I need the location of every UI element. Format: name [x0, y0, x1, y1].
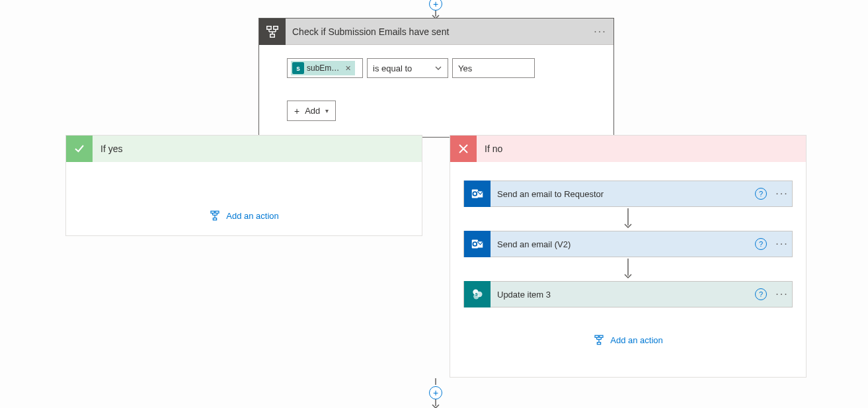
flow-action-icon: [209, 210, 221, 222]
arrow-down-icon: [431, 399, 440, 408]
svg-rect-8: [211, 211, 214, 213]
arrow-down-icon: [623, 257, 633, 281]
arrow-down-icon: [623, 207, 633, 231]
svg-rect-1: [267, 26, 271, 29]
add-action-yes[interactable]: Add an action: [79, 210, 409, 222]
condition-header[interactable]: Check if Submission Emails have sent ···: [259, 19, 613, 45]
token-remove[interactable]: ✕: [345, 64, 351, 73]
outlook-icon: [464, 231, 491, 257]
add-label: Add: [305, 106, 320, 116]
help-icon[interactable]: ?: [755, 238, 767, 250]
svg-rect-31: [598, 343, 601, 345]
condition-expression-row: s subEmail… ✕ is equal to Yes: [287, 58, 586, 78]
condition-value-input[interactable]: Yes: [452, 58, 535, 78]
help-icon[interactable]: ?: [755, 288, 767, 300]
svg-rect-29: [595, 335, 598, 337]
action-more-menu[interactable]: ···: [772, 288, 792, 300]
plus-icon: +: [294, 106, 299, 116]
insert-step-bottom[interactable]: +: [429, 386, 442, 399]
if-no-header: If no: [450, 136, 806, 162]
action-card-update-item[interactable]: s Update item 3 ? ···: [463, 281, 793, 307]
svg-rect-3: [270, 34, 274, 37]
add-action-label: Add an action: [226, 211, 279, 221]
chevron-down-icon: ▾: [325, 107, 329, 114]
add-action-label: Add an action: [610, 335, 663, 345]
add-action-no[interactable]: Add an action: [463, 334, 793, 346]
cross-icon: [450, 136, 477, 162]
condition-left-operand[interactable]: s subEmail… ✕: [287, 58, 363, 78]
sharepoint-icon: s: [464, 281, 491, 307]
svg-rect-10: [214, 218, 217, 220]
if-no-branch: If no Send an email to Requestor ?: [450, 135, 807, 378]
action-card-send-email-requestor[interactable]: Send an email to Requestor ? ···: [463, 181, 793, 207]
if-yes-label: If yes: [93, 143, 130, 154]
condition-icon: [259, 19, 286, 45]
arrow-stub-icon: [431, 378, 440, 386]
action-title: Send an email to Requestor: [491, 189, 755, 199]
condition-title: Check if Submission Emails have sent: [286, 26, 587, 37]
svg-rect-9: [216, 211, 219, 213]
action-title: Send an email (V2): [491, 239, 755, 249]
check-icon: [66, 136, 93, 162]
action-more-menu[interactable]: ···: [772, 188, 792, 200]
svg-rect-30: [600, 335, 603, 337]
token-label: subEmail…: [307, 63, 341, 73]
dynamic-content-token[interactable]: s subEmail… ✕: [291, 61, 355, 75]
if-yes-branch: If yes Add an action: [65, 135, 422, 236]
svg-text:s: s: [475, 291, 478, 297]
insert-step-top[interactable]: +: [429, 0, 442, 11]
if-yes-header: If yes: [66, 136, 422, 162]
help-icon[interactable]: ?: [755, 188, 767, 200]
action-more-menu[interactable]: ···: [772, 238, 792, 250]
condition-operator-select[interactable]: is equal to: [367, 58, 448, 78]
sharepoint-icon: s: [292, 62, 304, 74]
action-card-send-email-v2[interactable]: Send an email (V2) ? ···: [463, 231, 793, 257]
svg-rect-2: [274, 26, 278, 29]
condition-value: Yes: [458, 63, 472, 73]
if-no-label: If no: [477, 143, 510, 154]
action-title: Update item 3: [491, 290, 755, 300]
add-condition-button[interactable]: + Add ▾: [287, 101, 336, 121]
flow-action-icon: [593, 334, 605, 346]
condition-more-menu[interactable]: ···: [587, 26, 613, 38]
chevron-down-icon: [434, 64, 442, 72]
outlook-icon: [464, 181, 491, 207]
operator-label: is equal to: [373, 63, 412, 73]
condition-card: Check if Submission Emails have sent ···…: [258, 18, 614, 138]
